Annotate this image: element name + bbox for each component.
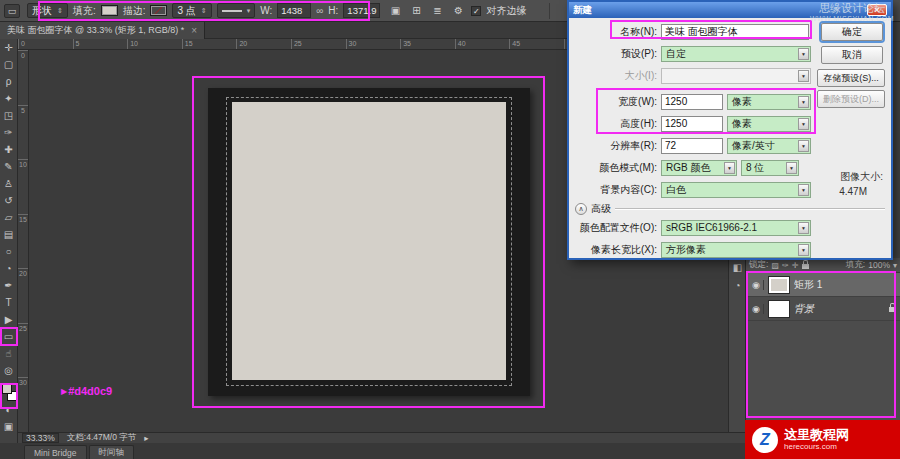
- crop-tool[interactable]: ◳: [0, 107, 18, 124]
- tool-palette: ✛ ▢ ρ ✦ ◳ ✑ ✚ ✎ ♙ ↺ ▱ ▤ ○ ◔ ✒ T ▶ ▭ ☝ ◎ …: [0, 39, 18, 443]
- width-input[interactable]: 1250: [661, 94, 723, 110]
- collapse-chevron-icon[interactable]: ∧: [575, 203, 587, 215]
- height-label: 高度(H):: [569, 117, 661, 131]
- tool-preset-icon[interactable]: ▭: [4, 4, 20, 18]
- path-operations-icon[interactable]: ▣: [387, 3, 403, 18]
- lock-transparency-icon[interactable]: ▨: [771, 261, 779, 270]
- ruler-tick: 25: [18, 323, 28, 378]
- visibility-eye-icon[interactable]: ◉: [749, 304, 764, 314]
- color-profile-dropdown[interactable]: sRGB IEC61966-2.1 ▼: [661, 220, 811, 236]
- tab-timeline[interactable]: 时间轴: [89, 445, 135, 459]
- link-dimensions-icon[interactable]: ∞: [316, 5, 323, 16]
- align-edges-checkbox[interactable]: ✓: [471, 6, 481, 16]
- path-arrange-icon[interactable]: ≣: [429, 3, 445, 18]
- resolution-input[interactable]: 72: [661, 138, 723, 154]
- stroke-style-dropdown[interactable]: ▾: [217, 3, 256, 18]
- path-selection-tool[interactable]: ▶: [0, 311, 18, 328]
- chevron-down-icon[interactable]: ▾: [893, 261, 897, 270]
- dodge-tool[interactable]: ◔: [0, 260, 18, 277]
- document-tab[interactable]: 美味 面包圈字体 @ 33.3% (矩形 1, RGB/8) * ×: [0, 22, 205, 39]
- preset-dropdown[interactable]: 自定 ▼: [661, 46, 811, 62]
- ok-button[interactable]: 确定: [821, 23, 883, 41]
- vertical-ruler[interactable]: 0 5 10 15 20 25 30: [18, 50, 29, 432]
- zoom-tool[interactable]: ◎: [0, 362, 18, 379]
- tool-mode-dropdown[interactable]: 形状 ⇕: [27, 3, 68, 18]
- layer-name[interactable]: 矩形 1: [794, 278, 897, 292]
- document-canvas[interactable]: [208, 88, 530, 396]
- eraser-tool[interactable]: ▱: [0, 209, 18, 226]
- stroke-width-dropdown[interactable]: 3 点 ⇕: [172, 3, 211, 18]
- close-icon[interactable]: ×: [191, 25, 197, 36]
- gradient-tool[interactable]: ▤: [0, 226, 18, 243]
- background-dropdown[interactable]: 白色 ▼: [661, 182, 811, 198]
- ruler-tick: 40: [455, 39, 510, 49]
- layer-row-background[interactable]: ◉ 背景: [746, 297, 900, 321]
- color-profile-label: 颜色配置文件(O):: [569, 221, 661, 235]
- fill-label: 填充:: [73, 4, 96, 18]
- layer-thumbnail[interactable]: [768, 300, 790, 318]
- visibility-eye-icon[interactable]: ◉: [749, 280, 764, 290]
- layer-name[interactable]: 背景: [794, 302, 884, 316]
- shape-height-field[interactable]: 1371.9: [343, 3, 380, 18]
- name-input[interactable]: 美味 面包圈字体: [661, 24, 809, 40]
- cancel-button[interactable]: 取消: [821, 46, 883, 64]
- chevron-down-icon: ▼: [724, 162, 735, 174]
- stroke-width-value: 3 点: [177, 4, 195, 18]
- divider: [549, 3, 550, 19]
- quick-mask-tool[interactable]: ◐: [0, 401, 18, 418]
- blur-tool[interactable]: ○: [0, 243, 18, 260]
- brush-tool[interactable]: ✎: [0, 158, 18, 175]
- tab-mini-bridge[interactable]: Mini Bridge: [24, 445, 87, 459]
- layer-thumbnail[interactable]: [768, 276, 790, 294]
- width-unit-dropdown[interactable]: 像素 ▼: [727, 94, 811, 110]
- eyedropper-tool[interactable]: ✑: [0, 124, 18, 141]
- screen-mode-tool[interactable]: ▣: [0, 418, 18, 435]
- fill-color-swatch[interactable]: [101, 5, 118, 16]
- zoom-level-field[interactable]: 33.33%: [22, 433, 59, 443]
- type-tool[interactable]: T: [0, 294, 18, 311]
- rectangle-tool[interactable]: ▭: [0, 328, 18, 345]
- color-swatches[interactable]: [1, 384, 17, 401]
- name-label: 名称(N):: [569, 25, 661, 39]
- save-preset-button[interactable]: 存储预设(S)...: [817, 69, 885, 87]
- dialog-body: 名称(N): 美味 面包圈字体 预设(P): 自定 ▼ 大小(I): ▼ 宽度(…: [569, 18, 891, 260]
- chevron-down-icon: ▼: [798, 184, 809, 196]
- lock-paint-icon[interactable]: ✑: [782, 261, 789, 270]
- stroke-color-swatch[interactable]: [150, 5, 167, 16]
- marquee-tool[interactable]: ▢: [0, 56, 18, 73]
- image-size-label: 图像大小:: [840, 170, 883, 184]
- lock-position-icon[interactable]: ✛: [792, 261, 799, 270]
- ruler-tick: 0: [18, 39, 73, 49]
- gear-icon[interactable]: ⚙: [450, 3, 466, 18]
- color-mode-dropdown[interactable]: RGB 颜色 ▼: [661, 160, 737, 176]
- height-unit-dropdown[interactable]: 像素 ▼: [727, 116, 811, 132]
- layer-row-rectangle[interactable]: ◉ 矩形 1: [746, 273, 900, 297]
- advanced-section-header[interactable]: ∧ 高级: [575, 202, 885, 216]
- foreground-color-swatch[interactable]: [2, 384, 12, 394]
- lasso-tool[interactable]: ρ: [0, 73, 18, 90]
- history-brush-tool[interactable]: ↺: [0, 192, 18, 209]
- clone-stamp-tool[interactable]: ♙: [0, 175, 18, 192]
- quick-selection-tool[interactable]: ✦: [0, 90, 18, 107]
- fill-value[interactable]: 100%: [868, 260, 890, 270]
- size-label: 大小(I):: [569, 69, 661, 83]
- shape-width-field[interactable]: 1438: [277, 3, 311, 18]
- hand-tool[interactable]: ☝: [0, 345, 18, 362]
- pen-tool[interactable]: ✒: [0, 277, 18, 294]
- healing-brush-tool[interactable]: ✚: [0, 141, 18, 158]
- status-arrow-icon[interactable]: ▸: [144, 433, 148, 443]
- chevron-down-icon: ▼: [798, 96, 809, 108]
- collapsed-panel-icon-2[interactable]: ◔: [729, 277, 746, 295]
- shape-rectangle[interactable]: [232, 102, 506, 380]
- move-tool[interactable]: ✛: [0, 39, 18, 56]
- path-align-icon[interactable]: ⊞: [408, 3, 424, 18]
- resolution-unit-dropdown[interactable]: 像素/英寸 ▼: [727, 138, 811, 154]
- bit-depth-dropdown[interactable]: 8 位 ▼: [741, 160, 799, 176]
- advanced-label: 高级: [591, 202, 611, 216]
- height-input[interactable]: 1250: [661, 116, 723, 132]
- color-mode-value: RGB 颜色: [666, 161, 710, 175]
- pixel-aspect-dropdown[interactable]: 方形像素 ▼: [661, 242, 811, 258]
- layers-panel: 锁定: ▨ ✑ ✛ 填充: 100% ▾ ◉ 矩形 1 ◉ 背景: [745, 258, 900, 420]
- collapsed-panel-icon-1[interactable]: ◧: [729, 259, 746, 277]
- lock-all-icon[interactable]: [802, 264, 809, 269]
